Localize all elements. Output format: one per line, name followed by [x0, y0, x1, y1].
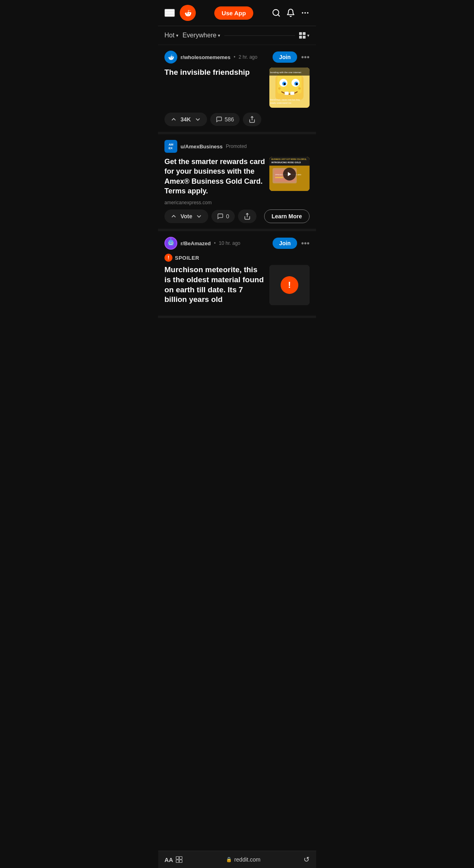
- vote-label-ad: Vote: [181, 213, 192, 220]
- ad-url: americanexpress.com: [164, 200, 310, 205]
- post-title-1[interactable]: The invisible friendship: [164, 68, 265, 78]
- svg-point-14: [284, 83, 286, 85]
- ad-header: AMEX u/AmexBusiness Promoted: [164, 140, 310, 153]
- ad-body: Get the smarter rewards card for your bu…: [164, 157, 310, 196]
- share-button-ad[interactable]: [238, 209, 256, 223]
- reddit-logo[interactable]: [180, 5, 196, 21]
- svg-point-43: [172, 242, 172, 243]
- ad-thumbnail[interactable]: BUSINESS JUST GOT MORE COLORFUL INTRODUC…: [269, 157, 310, 191]
- post-title-2[interactable]: Murchison meteorite, this is the oldest …: [164, 265, 265, 305]
- comments-button-1[interactable]: 586: [210, 113, 240, 126]
- subreddit-icon-2[interactable]: [164, 237, 177, 250]
- post-more-button-2[interactable]: •••: [301, 239, 310, 247]
- svg-rect-17: [290, 92, 294, 95]
- svg-rect-32: [275, 177, 283, 178]
- use-app-button[interactable]: Use App: [214, 6, 253, 20]
- join-button-2[interactable]: Join: [273, 238, 297, 249]
- post-card-ad: AMEX u/AmexBusiness Promoted Get the sma…: [158, 134, 316, 231]
- post-meta-2: r/BeAmazed • 10 hr. ago: [164, 237, 240, 250]
- svg-text:BUSINESS JUST GOT MORE COLORFU: BUSINESS JUST GOT MORE COLORFUL: [271, 158, 307, 160]
- share-button-1[interactable]: [243, 113, 261, 126]
- ad-thumb-content: BUSINESS JUST GOT MORE COLORFUL INTRODUC…: [269, 157, 310, 191]
- post-time-2: 10 hr. ago: [219, 240, 240, 246]
- header-left: [164, 5, 196, 21]
- svg-rect-16: [285, 92, 289, 95]
- svg-point-4: [304, 12, 306, 14]
- svg-point-3: [302, 12, 304, 14]
- dot-2: •: [214, 240, 215, 246]
- post-thumbnail-image-1: bonding with the one internet friend tha…: [269, 68, 310, 108]
- post-header-1: r/wholesomememes • 2 hr. ago Join •••: [164, 51, 310, 64]
- post-actions-1: 34K 586: [164, 113, 310, 126]
- comments-button-ad[interactable]: 0: [211, 210, 235, 223]
- dot-1: •: [234, 54, 235, 60]
- upvote-count-1: 34K: [181, 116, 191, 123]
- app-header: Use App: [158, 0, 316, 26]
- svg-text:friend that i never met but th: friend that i never met but they: [270, 98, 300, 101]
- svg-point-19: [298, 87, 301, 90]
- downvote-button-ad[interactable]: [195, 213, 203, 220]
- post-time-1: 2 hr. ago: [238, 54, 257, 60]
- comment-count-ad: 0: [226, 213, 229, 220]
- learn-more-button[interactable]: Learn More: [264, 209, 310, 223]
- sort-label: Hot: [164, 32, 174, 39]
- location-filter-button[interactable]: Everywhere ▾: [183, 32, 220, 39]
- downvote-button-1[interactable]: [194, 116, 201, 123]
- post-card-2: r/BeAmazed • 10 hr. ago Join ••• ! SPOIL…: [158, 231, 316, 318]
- upvote-button-1[interactable]: [170, 116, 177, 123]
- upvote-button-ad[interactable]: [170, 213, 177, 220]
- subreddit-name-1[interactable]: r/wholesomememes: [181, 54, 230, 60]
- post-meta-1: r/wholesomememes • 2 hr. ago: [164, 51, 257, 64]
- amex-icon: AMEX: [164, 140, 177, 153]
- spoiler-content-icon: !: [281, 276, 298, 294]
- subreddit-icon-1[interactable]: [164, 51, 177, 64]
- ad-title[interactable]: Get the smarter rewards card for your bu…: [164, 157, 265, 196]
- filter-bar: Hot ▾ Everywhere ▾ ▾: [158, 26, 316, 45]
- svg-rect-44: [169, 244, 173, 245]
- join-button-1[interactable]: Join: [273, 51, 297, 63]
- svg-line-2: [278, 14, 279, 16]
- subreddit-name-2[interactable]: r/BeAmazed: [181, 240, 211, 246]
- svg-point-42: [169, 242, 170, 243]
- svg-point-5: [307, 12, 309, 14]
- spoiler-text: SPOILER: [175, 255, 199, 261]
- svg-marker-33: [288, 172, 291, 176]
- ad-actions: Vote 0: [164, 209, 256, 223]
- post-thumbnail-1[interactable]: bonding with the one internet friend tha…: [269, 68, 310, 108]
- menu-button[interactable]: [164, 9, 175, 17]
- view-chevron: ▾: [307, 33, 310, 38]
- svg-text:totally understand me: totally understand me: [270, 102, 291, 104]
- promoted-badge: Promoted: [226, 144, 247, 149]
- more-options-button[interactable]: [301, 8, 310, 17]
- sort-chevron: ▾: [176, 33, 179, 38]
- svg-rect-37: [169, 240, 173, 242]
- vote-area-ad: Vote: [164, 209, 208, 223]
- spoiler-thumbnail-content: !: [269, 265, 310, 305]
- post-header-right-1: Join •••: [273, 51, 310, 63]
- post-body-2: Murchison meteorite, this is the oldest …: [164, 265, 310, 305]
- svg-point-18: [278, 87, 281, 90]
- post-card-1: r/wholesomememes • 2 hr. ago Join ••• Th…: [158, 45, 316, 134]
- post-body-1: The invisible friendship: [164, 68, 310, 108]
- post-header-right-2: Join •••: [273, 238, 310, 249]
- ad-user[interactable]: u/AmexBusiness: [181, 144, 223, 150]
- comment-count-1: 586: [225, 116, 234, 123]
- vote-area-1: 34K: [164, 113, 207, 126]
- spoiler-warn-icon-label: !: [164, 254, 172, 262]
- post-more-button-1[interactable]: •••: [301, 53, 310, 61]
- notifications-button[interactable]: [286, 8, 295, 17]
- post-thumbnail-2[interactable]: !: [269, 265, 310, 305]
- location-label: Everywhere: [183, 32, 216, 39]
- search-button[interactable]: [272, 8, 281, 17]
- view-grid-icon: [299, 32, 306, 39]
- post-header-2: r/BeAmazed • 10 hr. ago Join •••: [164, 237, 310, 250]
- filter-separator: [224, 35, 295, 36]
- play-icon: [283, 168, 296, 181]
- location-chevron: ▾: [218, 33, 220, 38]
- view-toggle-button[interactable]: ▾: [299, 32, 310, 39]
- svg-text:bonding with the one internet: bonding with the one internet: [270, 71, 301, 74]
- sort-filter-button[interactable]: Hot ▾: [164, 32, 179, 39]
- svg-point-39: [170, 238, 172, 240]
- svg-text:INTRODUCING ROSE GOLD: INTRODUCING ROSE GOLD: [271, 161, 301, 164]
- svg-point-15: [296, 83, 298, 85]
